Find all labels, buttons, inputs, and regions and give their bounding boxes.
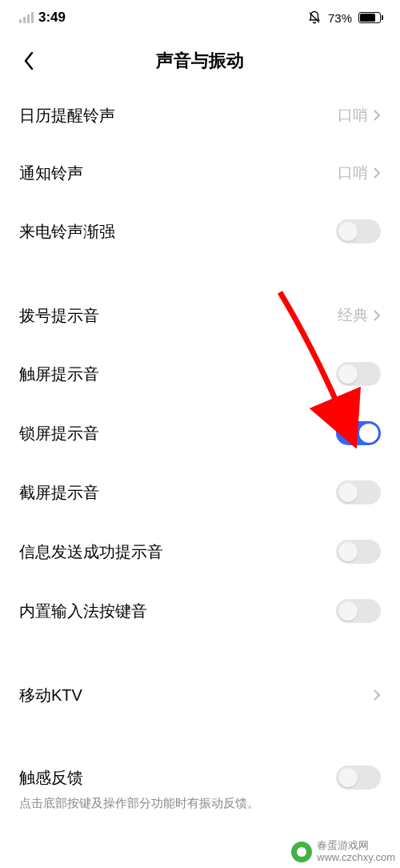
toggle-message-send-sound[interactable] [336, 540, 381, 564]
section-gap [0, 641, 400, 666]
row-label: 触屏提示音 [19, 364, 99, 385]
toggle-screenshot-sound[interactable] [336, 480, 381, 504]
row-screenshot-sound[interactable]: 截屏提示音 [0, 463, 400, 522]
row-notification-ringtone[interactable]: 通知铃声 口哨 [0, 144, 400, 202]
battery-icon [358, 12, 381, 23]
watermark: 春蛋游戏网 www.czchxy.com [291, 840, 395, 863]
toggle-touch-sound[interactable] [336, 362, 381, 386]
row-label: 通知铃声 [19, 163, 83, 184]
row-keyboard-sound[interactable]: 内置输入法按键音 [0, 581, 400, 641]
row-ascending-ringtone[interactable]: 来电铃声渐强 [0, 202, 400, 261]
row-value: 口哨 [338, 163, 368, 183]
watermark-logo-icon [291, 842, 312, 862]
settings-group-3: 移动KTV [0, 666, 400, 724]
status-right: 73% [307, 10, 381, 25]
toggle-lock-sound[interactable] [336, 421, 381, 445]
section-gap [0, 724, 400, 749]
settings-group-2: 拨号提示音 经典 触屏提示音 锁屏提示音 截屏提示音 信息发送成功提示音 内置输… [0, 287, 400, 641]
settings-group-1: 日历提醒铃声 口哨 通知铃声 口哨 来电铃声渐强 [0, 86, 400, 261]
battery-percent: 73% [328, 11, 352, 25]
chevron-right-icon [373, 689, 381, 701]
watermark-line2: www.czchxy.com [317, 852, 395, 863]
row-lock-sound[interactable]: 锁屏提示音 [0, 404, 400, 463]
status-left: 3:49 [19, 10, 66, 26]
row-mobile-ktv[interactable]: 移动KTV [0, 666, 400, 724]
row-label: 日历提醒铃声 [19, 105, 115, 127]
row-touch-sound[interactable]: 触屏提示音 [0, 344, 400, 404]
row-message-send-sound[interactable]: 信息发送成功提示音 [0, 522, 400, 581]
chevron-left-icon [22, 50, 35, 71]
signal-icon [19, 12, 34, 23]
row-label: 触感反馈 [19, 767, 83, 789]
nav-bar: 声音与振动 [0, 35, 400, 86]
status-time: 3:49 [38, 10, 66, 26]
row-subtitle: 点击底部按键及操作部分功能时有振动反馈。 [19, 794, 259, 811]
notification-off-icon [307, 10, 322, 25]
row-calendar-ringtone[interactable]: 日历提醒铃声 口哨 [0, 86, 400, 144]
row-label: 锁屏提示音 [19, 423, 99, 444]
row-label: 截屏提示音 [19, 482, 99, 504]
chevron-right-icon [373, 109, 381, 122]
row-value: 口哨 [338, 105, 368, 126]
status-bar: 3:49 73% [0, 0, 400, 35]
row-value: 经典 [338, 305, 368, 326]
chevron-right-icon [373, 309, 381, 322]
watermark-line1: 春蛋游戏网 [317, 840, 395, 851]
toggle-ascending-ringtone[interactable] [336, 219, 381, 243]
page-title: 声音与振动 [156, 49, 244, 73]
row-label: 信息发送成功提示音 [19, 541, 163, 563]
chevron-right-icon [373, 167, 381, 179]
settings-group-4: 触感反馈 点击底部按键及操作部分功能时有振动反馈。 [0, 749, 400, 827]
toggle-haptic-feedback[interactable] [336, 766, 381, 790]
row-label: 移动KTV [19, 685, 82, 706]
back-button[interactable] [13, 45, 45, 77]
row-label: 内置输入法按键音 [19, 601, 147, 622]
section-gap [0, 261, 400, 287]
row-label: 来电铃声渐强 [19, 221, 115, 243]
row-dial-tone[interactable]: 拨号提示音 经典 [0, 287, 400, 344]
row-label: 拨号提示音 [19, 305, 99, 327]
row-haptic-feedback[interactable]: 触感反馈 点击底部按键及操作部分功能时有振动反馈。 [0, 749, 400, 827]
toggle-keyboard-sound[interactable] [336, 599, 381, 623]
